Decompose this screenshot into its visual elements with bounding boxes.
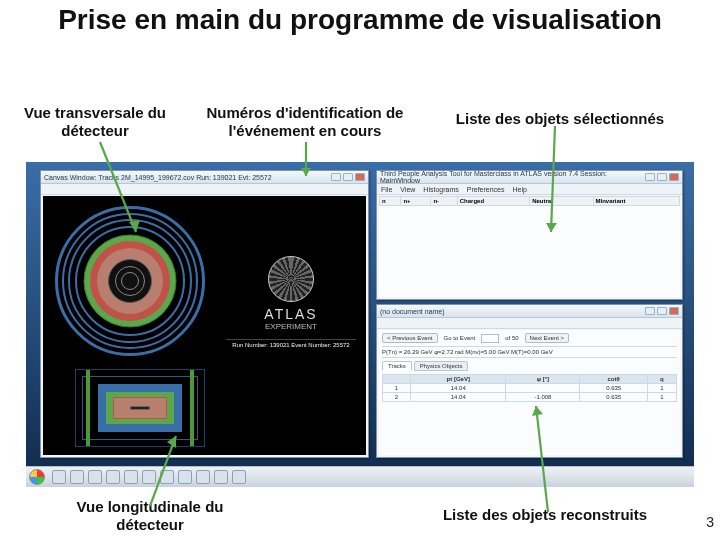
browser-content: n n+ n- Charged Neutral MInvariant: [379, 196, 680, 297]
label-event-id: Numéros d'identification de l'événement …: [200, 104, 410, 140]
page-number: 3: [706, 514, 714, 530]
table-row: 1 14.04 0.635 1: [383, 384, 677, 393]
atlas-logo: ATLAS EXPERIMENT Run Number: 139021 Even…: [226, 256, 356, 348]
transverse-view: [51, 202, 209, 360]
tracks-table: pt [GeV] φ [°] cotθ q 1 14.04 0.635 1 2: [382, 374, 677, 402]
window-controls: [331, 173, 365, 181]
atlas-subtext: EXPERIMENT: [226, 322, 356, 331]
taskbar-icon[interactable]: [232, 470, 246, 484]
th-cot: cotθ: [580, 375, 647, 384]
th-idx: [383, 375, 411, 384]
screenshot-desktop: Canvas Window: Tracks 2M_14995_199672.co…: [26, 162, 694, 487]
menu-view[interactable]: View: [400, 186, 415, 193]
data-window: (no document name) < Previous Event Go t…: [376, 304, 683, 458]
of-label: of 50: [505, 335, 518, 341]
menu-histograms[interactable]: Histograms: [423, 186, 458, 193]
col-minv: MInvariant: [593, 197, 679, 206]
goto-event-input[interactable]: [481, 334, 499, 343]
taskbar-icon[interactable]: [124, 470, 138, 484]
label-reconstructed: Liste des objets reconstruits: [430, 506, 660, 524]
selection-table: n n+ n- Charged Neutral MInvariant: [379, 196, 680, 206]
th-pt: pt [GeV]: [411, 375, 506, 384]
th-phi: φ [°]: [506, 375, 580, 384]
atlas-run-text: Run Number: 139021 Event Number: 25572: [226, 339, 356, 348]
prev-event-button[interactable]: < Previous Event: [382, 333, 438, 343]
data-titlebar: (no document name): [377, 305, 682, 318]
next-event-button[interactable]: Next Event >: [525, 333, 570, 343]
taskbar-icon[interactable]: [52, 470, 66, 484]
menu-help[interactable]: Help: [512, 186, 526, 193]
canvas-menubar: [41, 184, 368, 195]
taskbar-icon[interactable]: [106, 470, 120, 484]
label-selected: Liste des objets sélectionnés: [430, 110, 690, 128]
slide: Prise en main du programme de visualisat…: [0, 0, 720, 540]
canvas-titlebar: Canvas Window: Tracks 2M_14995_199672.co…: [41, 171, 368, 184]
taskbar-icon[interactable]: [160, 470, 174, 484]
table-row: 2 14.04 -1.008 0.635 1: [383, 393, 677, 402]
menu-file[interactable]: File: [381, 186, 392, 193]
col-np: n+: [401, 197, 431, 206]
table-header-row: pt [GeV] φ [°] cotθ q: [383, 375, 677, 384]
col-nm: n-: [431, 197, 457, 206]
window-controls: [645, 173, 679, 181]
event-summary: P(Tn) = 26.29 GeV φ=2.72 rad M(nv)=5.00 …: [382, 346, 677, 358]
browser-menubar: File View Histograms Preferences Help: [377, 184, 682, 195]
event-nav-row: < Previous Event Go to Event of 50 Next …: [382, 333, 677, 343]
start-button-icon[interactable]: [29, 469, 45, 485]
goto-event-label: Go to Event: [444, 335, 476, 341]
canvas-window: Canvas Window: Tracks 2M_14995_199672.co…: [40, 170, 369, 458]
taskbar-icon[interactable]: [214, 470, 228, 484]
atlas-text: ATLAS: [226, 306, 356, 322]
menu-preferences[interactable]: Preferences: [467, 186, 505, 193]
col-n: n: [380, 197, 401, 206]
slide-title: Prise en main du programme de visualisat…: [0, 4, 720, 36]
longitudinal-view: [75, 369, 205, 447]
label-longitudinal: Vue longitudinale du détecteur: [60, 498, 240, 534]
canvas-title-text: Canvas Window: Tracks 2M_14995_199672.co…: [44, 174, 272, 181]
taskbar-icon[interactable]: [178, 470, 192, 484]
tab-physics[interactable]: Physics Objects: [414, 361, 469, 371]
data-title-text: (no document name): [380, 308, 445, 315]
col-neutral: Neutral: [530, 197, 593, 206]
data-tabs: Tracks Physics Objects: [382, 361, 677, 371]
canvas-content: ATLAS EXPERIMENT Run Number: 139021 Even…: [43, 196, 366, 455]
atlas-logo-icon: [268, 256, 314, 302]
browser-window: Third People Analysis Tool for Mastercla…: [376, 170, 683, 300]
taskbar-icon[interactable]: [196, 470, 210, 484]
label-transverse: Vue transversale du détecteur: [10, 104, 180, 140]
browser-title-text: Third People Analysis Tool for Mastercla…: [380, 170, 645, 184]
browser-titlebar: Third People Analysis Tool for Mastercla…: [377, 171, 682, 184]
window-controls: [645, 307, 679, 315]
tab-tracks[interactable]: Tracks: [382, 361, 412, 371]
data-content: < Previous Event Go to Event of 50 Next …: [379, 330, 680, 455]
taskbar-icon[interactable]: [70, 470, 84, 484]
data-toolbar: [377, 318, 682, 329]
taskbar-icon[interactable]: [88, 470, 102, 484]
col-charged: Charged: [457, 197, 529, 206]
th-q: q: [647, 375, 676, 384]
taskbar: [26, 466, 694, 487]
taskbar-icon[interactable]: [142, 470, 156, 484]
